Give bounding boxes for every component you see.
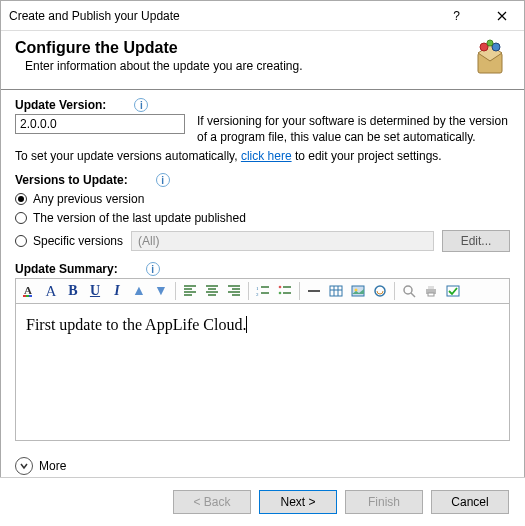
arrow-up-icon[interactable]: ▲ — [129, 281, 149, 301]
svg-rect-12 — [330, 286, 342, 296]
help-icon[interactable]: i — [156, 173, 170, 187]
table-icon[interactable] — [326, 281, 346, 301]
more-toggle[interactable] — [15, 457, 33, 475]
font-icon[interactable]: A — [41, 281, 61, 301]
svg-point-10 — [279, 286, 282, 289]
svg-rect-18 — [428, 286, 434, 289]
italic-icon[interactable]: I — [107, 281, 127, 301]
radio-label: Any previous version — [33, 192, 144, 206]
back-button: < Back — [173, 490, 251, 514]
font-color-icon[interactable]: A — [19, 281, 39, 301]
radio-specific[interactable]: Specific versions — [15, 234, 123, 248]
radio-any-previous[interactable]: Any previous version — [15, 192, 510, 206]
editor-toolbar: A A B U I ▲ ▼ 12 — [15, 278, 510, 303]
radio-label: Specific versions — [33, 234, 123, 248]
help-icon[interactable]: i — [134, 98, 148, 112]
svg-point-16 — [404, 286, 412, 294]
svg-rect-5 — [23, 295, 26, 297]
specific-versions-field: (All) — [131, 231, 434, 251]
auto-version-hint: To set your update versions automaticall… — [15, 149, 510, 163]
svg-rect-7 — [29, 295, 32, 297]
page-title: Configure the Update — [15, 39, 470, 57]
svg-point-3 — [487, 40, 493, 46]
summary-label: Update Summary: — [15, 262, 118, 276]
link-icon[interactable] — [370, 281, 390, 301]
edit-versions-button[interactable]: Edit... — [442, 230, 510, 252]
search-icon[interactable] — [399, 281, 419, 301]
align-center-icon[interactable] — [202, 281, 222, 301]
radio-icon — [15, 235, 27, 247]
targets-label: Versions to Update: — [15, 173, 128, 187]
edit-settings-link[interactable]: click here — [241, 149, 292, 163]
svg-text:2: 2 — [256, 292, 259, 297]
window-title: Create and Publish your Update — [9, 9, 434, 23]
summary-text: First update to the AppLife Cloud. — [26, 316, 247, 333]
align-left-icon[interactable] — [180, 281, 200, 301]
image-icon[interactable] — [348, 281, 368, 301]
package-icon — [470, 39, 510, 79]
radio-last-published[interactable]: The version of the last update published — [15, 211, 510, 225]
version-label: Update Version: — [15, 98, 106, 112]
version-description: If versioning for your software is deter… — [197, 114, 510, 145]
list-numbered-icon[interactable]: 12 — [253, 281, 273, 301]
hr-icon[interactable] — [304, 281, 324, 301]
radio-icon — [15, 193, 27, 205]
svg-rect-20 — [447, 286, 459, 296]
more-label: More — [39, 459, 66, 473]
check-icon[interactable] — [443, 281, 463, 301]
help-button[interactable]: ? — [434, 1, 479, 31]
align-right-icon[interactable] — [224, 281, 244, 301]
bold-icon[interactable]: B — [63, 281, 83, 301]
next-button[interactable]: Next > — [259, 490, 337, 514]
radio-icon — [15, 212, 27, 224]
print-icon[interactable] — [421, 281, 441, 301]
help-icon[interactable]: i — [146, 262, 160, 276]
underline-icon[interactable]: U — [85, 281, 105, 301]
page-subtitle: Enter information about the update you a… — [25, 59, 470, 73]
version-input[interactable] — [15, 114, 185, 134]
arrow-down-icon[interactable]: ▼ — [151, 281, 171, 301]
svg-text:A: A — [24, 284, 32, 296]
svg-point-11 — [279, 292, 282, 295]
svg-text:1: 1 — [256, 286, 259, 291]
close-button[interactable] — [479, 1, 524, 31]
list-bullet-icon[interactable] — [275, 281, 295, 301]
radio-label: The version of the last update published — [33, 211, 246, 225]
svg-rect-19 — [428, 293, 434, 296]
summary-editor[interactable]: First update to the AppLife Cloud. — [15, 303, 510, 441]
svg-rect-6 — [26, 295, 29, 297]
cancel-button[interactable]: Cancel — [431, 490, 509, 514]
finish-button: Finish — [345, 490, 423, 514]
